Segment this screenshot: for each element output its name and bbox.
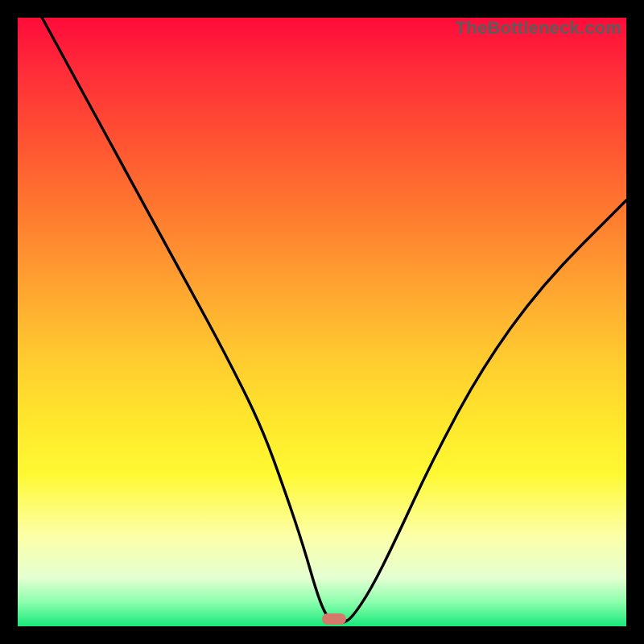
curve-path (42, 18, 626, 623)
bottleneck-curve (18, 18, 626, 626)
chart-frame: TheBottleneck.com (0, 0, 644, 644)
watermark-text: TheBottleneck.com (456, 18, 621, 39)
optimal-point-marker (322, 613, 346, 625)
plot-area: TheBottleneck.com (18, 18, 626, 626)
